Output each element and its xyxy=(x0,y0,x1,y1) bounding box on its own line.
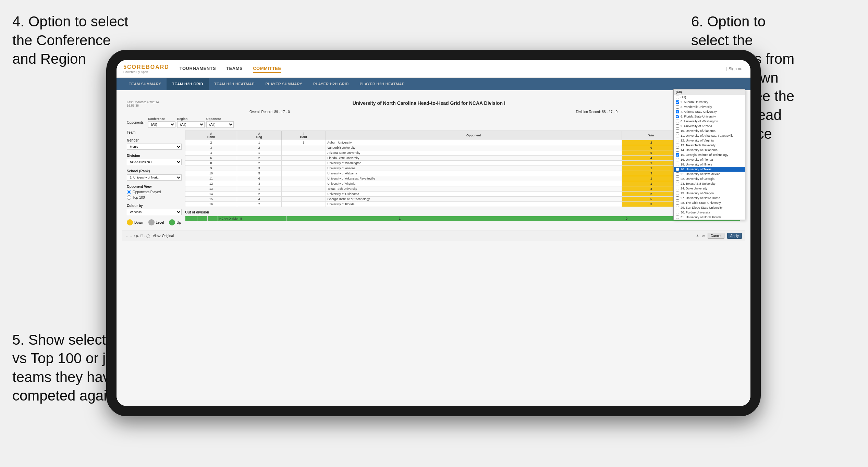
cell-reg: 3 xyxy=(237,166,282,171)
subnav-h2h-grid[interactable]: TEAM H2H GRID xyxy=(167,78,209,90)
dropdown-checkbox-oregon[interactable] xyxy=(676,192,679,195)
dropdown-item-san_diego[interactable]: 29. San Diego State University xyxy=(674,205,745,210)
dropdown-item-notre_dame[interactable]: 27. University of Notre Dame xyxy=(674,196,745,200)
cell-conf xyxy=(281,156,326,161)
dropdown-checkbox-florida[interactable] xyxy=(676,158,679,161)
dropdown-item-duke[interactable]: 24. Duke University xyxy=(674,186,745,191)
dropdown-item-texas[interactable]: 20. University of Texas xyxy=(674,167,745,172)
dropdown-item-texas_am[interactable]: 23. Texas A&M University xyxy=(674,181,745,186)
dropdown-item-label-georgia: 22. University of Georgia xyxy=(681,177,714,181)
nav-teams[interactable]: TEAMS xyxy=(226,64,243,73)
dropdown-item-illinois[interactable]: 18. University of Illinois xyxy=(674,162,745,167)
dropdown-item-new_mexico[interactable]: 21. University of New Mexico xyxy=(674,172,745,176)
dropdown-item-arizona_state[interactable]: 4. Arizona State University xyxy=(674,109,745,114)
dropdown-checkbox-washington[interactable] xyxy=(676,120,679,123)
subnav-player-summary[interactable]: PLAYER SUMMARY xyxy=(260,78,308,90)
apply-button[interactable]: Apply xyxy=(727,233,742,239)
division-select[interactable]: NCAA Division I xyxy=(127,159,182,165)
legend-up: Up xyxy=(169,219,181,225)
radio-top100[interactable]: Top 100 xyxy=(127,195,182,200)
dropdown-checkbox-notre_dame[interactable] xyxy=(676,196,679,200)
region-select[interactable]: (All) xyxy=(177,121,205,128)
cancel-button[interactable]: Cancel xyxy=(708,233,724,239)
out-of-division-table: NCAA Division II 1 0 xyxy=(185,216,740,221)
conference-label: Conference xyxy=(148,117,175,121)
dropdown-checkbox-florida_state[interactable] xyxy=(676,115,679,118)
dropdown-item-alabama[interactable]: 10. University of Alabama xyxy=(674,128,745,133)
dropdown-item-virginia[interactable]: 12. University of Virginia xyxy=(674,138,745,143)
gender-select[interactable]: Men's xyxy=(127,144,182,150)
nav-committee[interactable]: COMMITTEE xyxy=(253,64,281,73)
dropdown-checkbox-san_diego[interactable] xyxy=(676,206,679,209)
dropdown-item-oklahoma[interactable]: 14. University of Oklahoma xyxy=(674,148,745,152)
dropdown-checkbox-new_mexico[interactable] xyxy=(676,172,679,176)
dropdown-checkbox-alabama[interactable] xyxy=(676,129,679,133)
division-row: NCAA Division II 1 0 xyxy=(185,216,740,221)
out-of-division-label: Out of division xyxy=(185,210,740,214)
dropdown-item-florida[interactable]: 16. University of Florida xyxy=(674,157,745,162)
dropdown-checkbox-auburn[interactable] xyxy=(676,100,679,104)
dropdown-item-vanderbilt[interactable]: 3. Vanderbilt University xyxy=(674,105,745,109)
radio-opponents-played-input[interactable] xyxy=(127,190,131,194)
dropdown-item-all[interactable]: (All) xyxy=(674,95,745,100)
dropdown-checkbox-oklahoma[interactable] xyxy=(676,148,679,152)
cell-rank: 4 xyxy=(185,150,237,156)
dropdown-checkbox-north_florida[interactable] xyxy=(676,216,679,219)
table-row: 8 2 University of Washington 1 0 xyxy=(185,161,740,166)
dropdown-checkbox-duke[interactable] xyxy=(676,187,679,190)
dropdown-item-label-san_diego: 29. San Diego State University xyxy=(681,206,723,209)
nav-tournaments[interactable]: TOURNAMENTS xyxy=(180,64,216,73)
dropdown-checkbox-tcnu[interactable] xyxy=(676,201,679,205)
dropdown-checkbox-purdue[interactable] xyxy=(676,211,679,214)
dropdown-checkbox-illinois[interactable] xyxy=(676,163,679,166)
colour-by-select[interactable]: Win/loss xyxy=(127,209,182,215)
conference-select[interactable]: (All) xyxy=(148,121,175,128)
opponent-dropdown[interactable]: (All)(All)2. Auburn University3. Vanderb… xyxy=(673,90,745,220)
radio-opponents-played[interactable]: Opponents Played xyxy=(127,190,182,194)
dropdown-checkbox-texas_tech[interactable] xyxy=(676,144,679,147)
dropdown-checkbox-vanderbilt[interactable] xyxy=(676,105,679,109)
report-header: Last Updated: 4/7/2014 16:55:38 Universi… xyxy=(127,100,740,107)
dropdown-item-arkansas[interactable]: 11. University of Arkansas, Fayetteville xyxy=(674,133,745,138)
subnav-h2h-heatmap[interactable]: TEAM H2H HEATMAP xyxy=(209,78,260,90)
subnav-player-h2h-grid[interactable]: PLAYER H2H GRID xyxy=(308,78,354,90)
dropdown-item-purdue[interactable]: 30. Purdue University xyxy=(674,210,745,215)
dropdown-item-washington[interactable]: 8. University of Washington xyxy=(674,119,745,124)
dropdown-item-arizona[interactable]: 9. University of Arizona xyxy=(674,124,745,128)
opponent-select[interactable]: (All) xyxy=(206,121,234,128)
dropdown-item-label-florida_state: 6. Florida State University xyxy=(681,115,716,118)
dropdown-checkbox-all[interactable] xyxy=(676,96,679,99)
dropdown-item-oregon[interactable]: 25. University of Oregon xyxy=(674,191,745,196)
table-row: 2 1 1 Auburn University 2 1 xyxy=(185,140,740,145)
nav-signout[interactable]: | Sign out xyxy=(726,66,744,71)
dropdown-item-north_florida[interactable]: 31. University of North Florida xyxy=(674,215,745,220)
dropdown-item-texas_tech[interactable]: 13. Texas Tech University xyxy=(674,143,745,148)
dropdown-checkbox-arkansas[interactable] xyxy=(676,134,679,137)
dropdown-checkbox-virginia[interactable] xyxy=(676,139,679,142)
table-row: 4 1 Arizona State University 5 1 xyxy=(185,150,740,156)
dropdown-item-georgia_tech[interactable]: 15. Georgia Institute of Technology xyxy=(674,152,745,157)
dropdown-checkbox-georgia[interactable] xyxy=(676,177,679,181)
dropdown-item-florida_state[interactable]: 6. Florida State University xyxy=(674,114,745,119)
dropdown-checkbox-georgia_tech[interactable] xyxy=(676,153,679,157)
dropdown-item-label-illinois: 18. University of Illinois xyxy=(681,163,712,166)
dropdown-checkbox-texas[interactable] xyxy=(676,168,679,171)
dropdown-checkbox-texas_am[interactable] xyxy=(676,182,679,185)
dropdown-item-auburn[interactable]: 2. Auburn University xyxy=(674,100,745,105)
subnav-player-h2h-heatmap[interactable]: PLAYER H2H HEATMAP xyxy=(354,78,410,90)
radio-top100-input[interactable] xyxy=(127,195,131,200)
table-body: 2 1 1 Auburn University 2 1 3 2 Vanderbi… xyxy=(185,140,740,207)
region-filter-group: Region (All) xyxy=(177,117,205,128)
school-select[interactable]: 1. University of Nort... xyxy=(127,174,182,181)
cell-opponent: University of Arizona xyxy=(326,166,622,171)
dropdown-checkbox-arizona[interactable] xyxy=(676,124,679,128)
dropdown-item-label-all: (All) xyxy=(681,96,686,99)
table-row: 9 3 University of Arizona 1 0 xyxy=(185,166,740,171)
dropdown-item-tcnu[interactable]: 28. The Ohio State University xyxy=(674,200,745,205)
subnav-team-summary[interactable]: TEAM SUMMARY xyxy=(123,78,167,90)
dropdown-checkbox-arizona_state[interactable] xyxy=(676,110,679,113)
cell-reg: 2 xyxy=(237,192,282,197)
dropdown-item-label-auburn: 2. Auburn University xyxy=(681,100,708,104)
dropdown-item-georgia[interactable]: 22. University of Georgia xyxy=(674,176,745,181)
report-title: University of North Carolina Head-to-Hea… xyxy=(159,100,699,106)
